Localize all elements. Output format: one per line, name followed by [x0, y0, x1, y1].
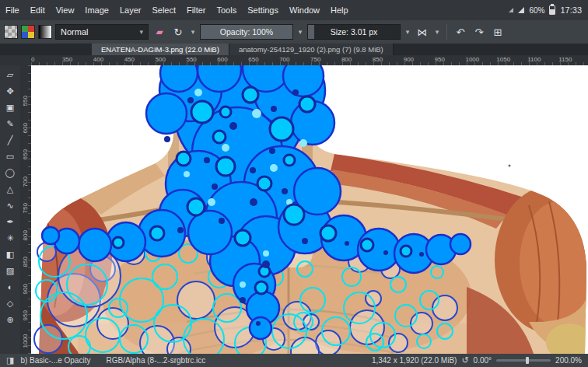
ruler-label: 1150: [558, 55, 588, 65]
ruler-label: 750: [310, 55, 341, 65]
move-tool-icon[interactable]: ✥: [1, 83, 19, 100]
horizontal-ruler-row: 0350400450500550600650700750800850900950…: [0, 55, 588, 65]
redo-button[interactable]: ↷: [471, 23, 487, 40]
ruler-label: 350: [62, 55, 93, 65]
opacity-options-button[interactable]: ▾: [296, 23, 304, 40]
ruler-label: 950: [22, 294, 29, 321]
vertical-ruler[interactable]: 5506006507007508008509009501000: [20, 65, 31, 354]
ruler-label: 0: [31, 55, 62, 65]
ellipse-tool-icon[interactable]: ◯: [1, 165, 19, 181]
bezier-curve-tool-icon[interactable]: ✒: [1, 214, 19, 230]
ruler-label: 950: [435, 55, 466, 65]
ruler-label: 550: [186, 55, 217, 65]
brush-opacity-icon: ◨: [6, 355, 14, 365]
opacity-value: Opacity: 100%: [201, 25, 292, 39]
chevron-down-icon: ▾: [139, 28, 143, 36]
eraser-mode-button[interactable]: ▰: [152, 23, 167, 40]
menu-item[interactable]: Settings: [242, 0, 284, 20]
menu-item[interactable]: Tools: [212, 0, 243, 20]
size-options-button[interactable]: ▾: [404, 23, 411, 40]
menu-item[interactable]: Edit: [25, 0, 51, 20]
menu-item[interactable]: Window: [284, 0, 325, 20]
zoom-slider[interactable]: [496, 359, 551, 362]
menu-item[interactable]: View: [51, 0, 80, 20]
ruler-label: 1100: [527, 55, 558, 65]
gradient-selector-icon[interactable]: [38, 25, 52, 39]
ruler-label: 1000: [465, 55, 496, 65]
blending-mode-dropdown[interactable]: Normal ▾: [55, 24, 149, 40]
reload-options-button[interactable]: ▾: [189, 23, 197, 40]
reload-preset-button[interactable]: ↻: [170, 23, 186, 40]
menu-item[interactable]: Layer: [114, 0, 147, 20]
document-tab-bar: ENATENA-DAGIM-3.png (22.0 MiB) anatomy-2…: [0, 44, 588, 55]
polyline-tool-icon[interactable]: ∿: [1, 197, 19, 214]
tab-label: anatomy-254129_1920 (2).png (7) (9.8 MiB…: [239, 45, 383, 54]
battery-icon: [549, 5, 555, 15]
freehand-brush-tool-icon[interactable]: ✎: [1, 116, 19, 132]
brush-size-value: Size: 3.01 px: [308, 25, 400, 39]
status-bar: ◨ b) Basic-...e Opacity RGB/Alpha (8-...…: [0, 354, 588, 367]
mirror-options-button[interactable]: ▾: [433, 23, 441, 40]
image-dimensions: 1,342 x 1,920 (22.0 MiB): [372, 356, 457, 365]
toolbar-separator: [446, 24, 447, 40]
canvas-rotation-icon[interactable]: ↺: [461, 355, 468, 365]
color-profile[interactable]: RGB/Alpha (8-...2-srgbtrc.icc: [106, 356, 205, 365]
menu-item[interactable]: Select: [146, 0, 181, 20]
redo-icon: ↷: [475, 26, 484, 38]
ruler-label: 450: [124, 55, 156, 65]
wrap-around-button[interactable]: ⊞: [490, 23, 506, 40]
clock: 17:33: [560, 5, 582, 15]
transform-tool-icon[interactable]: ▱: [1, 67, 19, 83]
ruler-label: 900: [404, 55, 435, 65]
ruler-label: 500: [156, 55, 187, 65]
ruler-label: 650: [248, 55, 279, 65]
canvas-angle[interactable]: 0.00°: [474, 356, 492, 365]
polygon-tool-icon[interactable]: △: [1, 181, 19, 197]
ruler-label: 800: [341, 55, 373, 65]
fill-tool-icon[interactable]: ◧: [1, 246, 19, 263]
brush-preset-name[interactable]: b) Basic-...e Opacity: [20, 356, 90, 365]
outline-selection-tool-icon[interactable]: ◇: [1, 295, 19, 312]
undo-icon: ↶: [457, 26, 465, 38]
color-palette-icon[interactable]: [21, 25, 35, 39]
canvas-artwork[interactable]: [31, 65, 588, 354]
ruler-label: 900: [22, 267, 29, 295]
main-area: ▱✥▣✎╱▭◯△∿✒✳◧▨◐◇⊕ 55060065070075080085090…: [0, 65, 588, 354]
crop-tool-icon[interactable]: ▣: [1, 100, 19, 116]
multibrush-tool-icon[interactable]: ✳: [1, 230, 19, 246]
mirror-button[interactable]: ⋈: [415, 23, 430, 40]
zoom-slider-handle[interactable]: [526, 357, 529, 364]
data-usage-icon: [509, 8, 513, 12]
menu-item[interactable]: Image: [79, 0, 114, 20]
ruler-label: 600: [22, 107, 29, 134]
tab-document-2[interactable]: anatomy-254129_1920 (2).png (7) (9.8 MiB…: [229, 44, 394, 55]
tab-label: ENATENA-DAGIM-3.png (22.0 MiB): [101, 45, 219, 54]
rectangle-tool-icon[interactable]: ▭: [1, 149, 19, 165]
ruler-corner: [0, 55, 31, 65]
tab-document-1[interactable]: ENATENA-DAGIM-3.png (22.0 MiB): [92, 44, 229, 55]
zoom-tool-icon[interactable]: ⊕: [1, 312, 19, 328]
menu-item[interactable]: Help: [325, 0, 354, 20]
ruler-label: 400: [93, 55, 124, 65]
toolbox: ▱✥▣✎╱▭◯△∿✒✳◧▨◐◇⊕: [0, 65, 20, 354]
battery-percent: 60%: [529, 6, 544, 15]
opacity-slider[interactable]: Opacity: 100%: [200, 24, 293, 40]
wrap-around-icon: ⊞: [494, 26, 502, 38]
zoom-level[interactable]: 200.0%: [555, 356, 582, 365]
pattern-selector-icon[interactable]: [4, 25, 18, 39]
ruler-label: 850: [22, 240, 29, 267]
gradient-tool-icon[interactable]: ▨: [1, 263, 19, 279]
brush-size-slider[interactable]: Size: 3.01 px: [307, 24, 401, 40]
undo-button[interactable]: ↶: [453, 23, 468, 40]
menu-item[interactable]: File: [0, 0, 25, 20]
color-sampler-tool-icon[interactable]: ◐: [1, 279, 19, 295]
ruler-label: 650: [22, 133, 29, 160]
system-status-area: 60% 17:33: [509, 5, 588, 15]
horizontal-ruler[interactable]: 0350400450500550600650700750800850900950…: [31, 55, 588, 65]
canvas-area[interactable]: [31, 65, 588, 354]
line-tool-icon[interactable]: ╱: [1, 132, 19, 149]
ruler-label: 750: [22, 187, 29, 214]
tabbar-spacer: [0, 44, 92, 55]
ruler-label: 550: [22, 79, 29, 107]
menu-item[interactable]: Filter: [181, 0, 211, 20]
